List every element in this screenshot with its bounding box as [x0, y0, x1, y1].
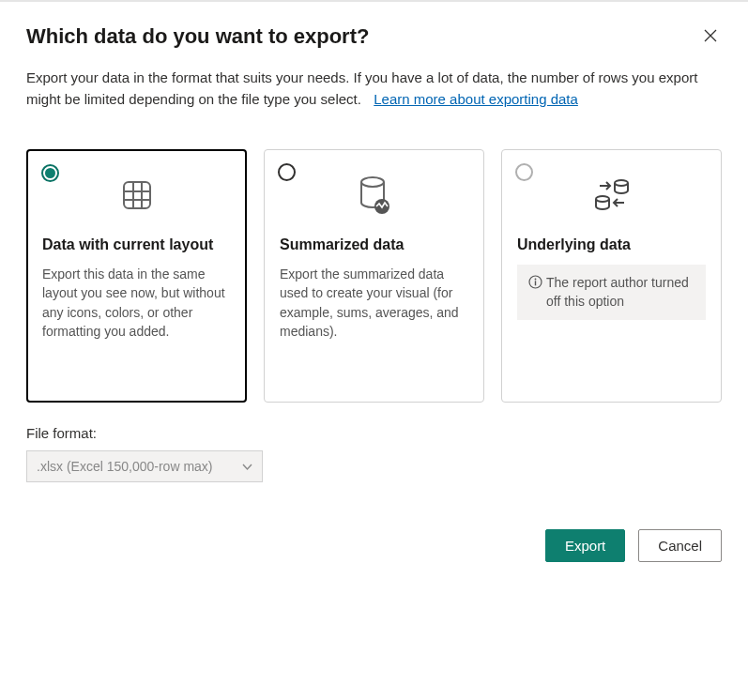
dialog-description: Export your data in the format that suit… [26, 68, 722, 110]
export-options: Data with current layout Export this dat… [26, 149, 722, 403]
option-title: Data with current layout [42, 236, 231, 253]
export-button[interactable]: Export [545, 529, 625, 562]
option-summarized-data[interactable]: Summarized data Export the summarized da… [264, 149, 484, 403]
database-transfer-icon [517, 173, 706, 218]
file-format-label: File format: [26, 425, 722, 441]
svg-rect-0 [124, 182, 150, 208]
svg-point-8 [596, 196, 609, 202]
chevron-down-icon [242, 462, 252, 472]
option-description: Export this data in the same layout you … [42, 265, 231, 341]
option-title: Summarized data [280, 236, 468, 253]
dialog-title: Which data do you want to export? [26, 24, 369, 49]
close-icon [703, 28, 718, 43]
radio-disabled-icon [515, 163, 533, 181]
close-button[interactable] [699, 24, 722, 49]
table-layout-icon [42, 173, 231, 218]
option-disabled-message: The report author turned off this option [517, 265, 706, 320]
file-format-select: .xlsx (Excel 150,000-row max) [26, 450, 263, 482]
cancel-button[interactable]: Cancel [638, 529, 722, 562]
dialog-footer: Export Cancel [26, 529, 722, 562]
svg-point-10 [535, 279, 537, 281]
svg-point-7 [615, 180, 628, 186]
radio-selected-icon [41, 164, 59, 182]
export-dialog: Which data do you want to export? Export… [0, 2, 748, 585]
option-title: Underlying data [517, 236, 706, 253]
svg-point-5 [361, 177, 384, 187]
info-icon [528, 275, 542, 289]
option-underlying-data: Underlying data The report author turned… [501, 149, 722, 403]
file-format-value: .xlsx (Excel 150,000-row max) [37, 459, 213, 474]
radio-icon [278, 163, 296, 181]
option-description: Export the summarized data used to creat… [280, 265, 468, 341]
database-summary-icon [280, 173, 468, 218]
option-data-current-layout[interactable]: Data with current layout Export this dat… [26, 149, 247, 403]
svg-rect-11 [535, 281, 536, 285]
learn-more-link[interactable]: Learn more about exporting data [374, 91, 578, 107]
